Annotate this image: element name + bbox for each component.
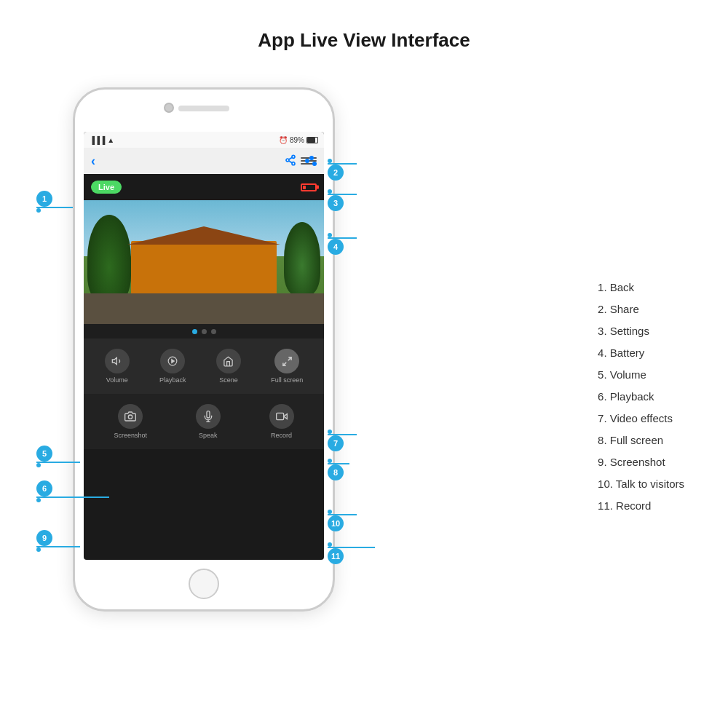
nav-right-icons <box>285 154 317 168</box>
speak-label: Speak <box>199 432 218 439</box>
svg-point-0 <box>292 155 295 158</box>
ground <box>84 293 324 325</box>
fullscreen-button[interactable]: Full screen <box>271 349 303 384</box>
video-header: Live <box>84 174 324 200</box>
record-icon <box>269 404 294 429</box>
battery-percent: 89% <box>290 136 304 144</box>
scene-label: Scene <box>219 376 238 384</box>
phone-camera <box>164 103 174 113</box>
playback-button[interactable]: Playback <box>159 349 186 384</box>
video-effects-row <box>84 324 324 339</box>
share-icon[interactable] <box>285 154 296 168</box>
bubble-10: 10 <box>328 515 344 531</box>
bubble-1: 1 <box>36 191 52 207</box>
status-left: ▐▐▐ ▲ <box>90 136 114 144</box>
phone-body: ▐▐▐ ▲ ⏰ 89% ‹ <box>73 87 335 612</box>
line-8 <box>328 463 349 464</box>
bubble-7: 7 <box>328 435 344 451</box>
trees-left <box>87 215 131 302</box>
dot-9 <box>36 547 41 552</box>
playback-icon <box>160 349 185 373</box>
phone-screen: ▐▐▐ ▲ ⏰ 89% ‹ <box>84 132 324 560</box>
line-5 <box>36 462 80 463</box>
line-4 <box>328 237 357 239</box>
live-badge: Live <box>91 181 122 194</box>
legend: 1. Back 2. Share 3. Settings 4. Battery … <box>598 277 684 517</box>
line-7 <box>328 434 357 435</box>
svg-marker-5 <box>112 357 116 364</box>
effect-dot-2[interactable] <box>202 329 207 334</box>
annotation-8: 8 <box>328 459 349 480</box>
bubble-11: 11 <box>328 548 344 564</box>
line-9 <box>36 546 80 547</box>
line-2 <box>328 163 357 165</box>
legend-item-10: 10. Talk to visitors <box>598 473 684 495</box>
svg-line-3 <box>289 161 293 163</box>
fullscreen-label: Full screen <box>271 376 303 384</box>
legend-item-3: 3. Settings <box>598 320 684 342</box>
line-10 <box>328 514 357 515</box>
annotation-10: 10 <box>328 510 357 531</box>
signal-icon: ▐▐▐ <box>90 136 105 144</box>
legend-item-7: 7. Video effects <box>598 408 684 430</box>
bubble-6: 6 <box>36 480 52 496</box>
volume-icon <box>105 349 130 373</box>
bubble-4: 4 <box>328 239 344 255</box>
svg-point-1 <box>286 159 289 162</box>
annotation-7: 7 <box>328 430 357 451</box>
line-1 <box>36 207 73 208</box>
phone-speaker <box>178 106 229 111</box>
speak-button[interactable]: Speak <box>196 404 221 439</box>
legend-item-1: 1. Back <box>598 277 684 298</box>
svg-rect-14 <box>276 413 283 419</box>
screenshot-label: Screenshot <box>114 432 147 439</box>
wifi-icon: ▲ <box>107 136 114 144</box>
annotation-5: 5 <box>36 446 80 467</box>
annotation-1: 1 <box>36 191 73 213</box>
status-right: ⏰ 89% <box>279 136 318 144</box>
camera-view <box>84 200 324 324</box>
legend-item-2: 2. Share <box>598 298 684 320</box>
annotation-11: 11 <box>328 542 375 564</box>
svg-point-2 <box>292 162 295 165</box>
settings-icon[interactable] <box>301 157 317 165</box>
bubble-9: 9 <box>36 530 52 546</box>
screenshot-button[interactable]: Screenshot <box>114 404 147 439</box>
svg-marker-13 <box>283 414 287 419</box>
building <box>131 241 277 299</box>
effect-dot-1[interactable] <box>192 329 197 334</box>
building-roof <box>127 226 280 245</box>
legend-item-5: 5. Volume <box>598 364 684 386</box>
speak-icon <box>196 404 221 429</box>
scene-button[interactable]: Scene <box>216 349 241 384</box>
legend-item-8: 8. Full screen <box>598 430 684 451</box>
bubble-8: 8 <box>328 464 344 480</box>
alarm-icon: ⏰ <box>279 136 288 144</box>
volume-button[interactable]: Volume <box>105 349 130 384</box>
effect-dot-3[interactable] <box>211 329 216 334</box>
phone-mockup: ▐▐▐ ▲ ⏰ 89% ‹ <box>73 87 335 612</box>
record-button[interactable]: Record <box>269 404 294 439</box>
annotation-9: 9 <box>36 530 80 552</box>
legend-item-6: 6. Playback <box>598 386 684 408</box>
legend-item-9: 9. Screenshot <box>598 451 684 473</box>
line-3 <box>328 194 357 195</box>
back-button[interactable]: ‹ <box>91 154 95 169</box>
fullscreen-icon <box>274 349 299 373</box>
bubble-2: 2 <box>328 165 344 181</box>
home-button[interactable] <box>189 569 219 599</box>
trees-right <box>284 222 320 295</box>
bubble-5: 5 <box>36 446 52 462</box>
page-title: App Live View Interface <box>0 0 728 52</box>
volume-label: Volume <box>106 376 128 384</box>
screenshot-icon <box>118 404 143 429</box>
legend-item-4: 4. Battery <box>598 342 684 364</box>
playback-label: Playback <box>159 376 186 384</box>
controls-row-2: Screenshot Speak <box>84 394 324 449</box>
annotation-2: 2 <box>328 159 357 181</box>
nav-bar: ‹ <box>84 148 324 174</box>
legend-item-11: 11. Record <box>598 495 684 517</box>
dot-1 <box>36 208 41 213</box>
dot-5 <box>36 463 41 467</box>
battery-indicator <box>301 183 317 191</box>
